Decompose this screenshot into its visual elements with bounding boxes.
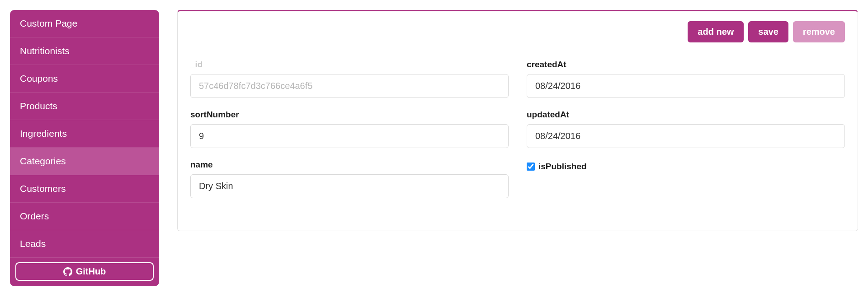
sort-number-input[interactable] xyxy=(190,124,509,148)
field-name: name xyxy=(190,160,509,198)
action-bar: add new save remove xyxy=(190,21,845,42)
main-panel: add new save remove _id sortNumber name xyxy=(177,10,858,231)
add-new-button[interactable]: add new xyxy=(688,21,744,42)
sidebar-item-label: Coupons xyxy=(20,73,58,84)
field-label-id: _id xyxy=(190,60,509,70)
sidebar-item-orders[interactable]: Orders xyxy=(10,203,159,230)
field-label-created-at: createdAt xyxy=(527,60,845,70)
id-input xyxy=(190,74,509,98)
form-grid: _id sortNumber name createdAt xyxy=(190,60,845,198)
field-label-name: name xyxy=(190,160,509,170)
sidebar-item-nutritionists[interactable]: Nutritionists xyxy=(10,37,159,65)
sidebar-item-custom-page[interactable]: Custom Page xyxy=(10,10,159,37)
sidebar-item-label: Categories xyxy=(20,156,66,166)
is-published-checkbox[interactable] xyxy=(527,163,535,171)
sidebar-item-label: Orders xyxy=(20,211,49,221)
field-updated-at: updatedAt xyxy=(527,110,845,148)
name-input[interactable] xyxy=(190,174,509,198)
field-id: _id xyxy=(190,60,509,98)
field-label-is-published: isPublished xyxy=(538,162,587,172)
created-at-input[interactable] xyxy=(527,74,845,98)
sidebar-item-categories[interactable]: Categories xyxy=(10,148,159,175)
sidebar-item-label: Ingredients xyxy=(20,128,67,139)
github-button[interactable]: GitHub xyxy=(15,262,154,281)
updated-at-input[interactable] xyxy=(527,124,845,148)
field-created-at: createdAt xyxy=(527,60,845,98)
remove-button[interactable]: remove xyxy=(793,21,845,42)
field-is-published: isPublished xyxy=(527,160,845,172)
github-icon xyxy=(63,267,72,276)
sidebar-item-label: Leads xyxy=(20,238,46,249)
sidebar-item-label: Customers xyxy=(20,183,66,194)
sidebar-item-label: Products xyxy=(20,101,57,111)
sidebar: Custom Page Nutritionists Coupons Produc… xyxy=(10,10,159,286)
sidebar-item-coupons[interactable]: Coupons xyxy=(10,65,159,93)
sidebar-item-label: Nutritionists xyxy=(20,46,70,56)
field-sort-number: sortNumber xyxy=(190,110,509,148)
sidebar-item-leads[interactable]: Leads xyxy=(10,230,159,258)
sidebar-item-customers[interactable]: Customers xyxy=(10,175,159,203)
field-label-sort-number: sortNumber xyxy=(190,110,509,120)
save-button[interactable]: save xyxy=(748,21,788,42)
sidebar-item-label: Custom Page xyxy=(20,18,77,28)
sidebar-item-products[interactable]: Products xyxy=(10,93,159,120)
sidebar-item-ingredients[interactable]: Ingredients xyxy=(10,120,159,148)
github-label: GitHub xyxy=(76,266,106,277)
field-label-updated-at: updatedAt xyxy=(527,110,845,120)
